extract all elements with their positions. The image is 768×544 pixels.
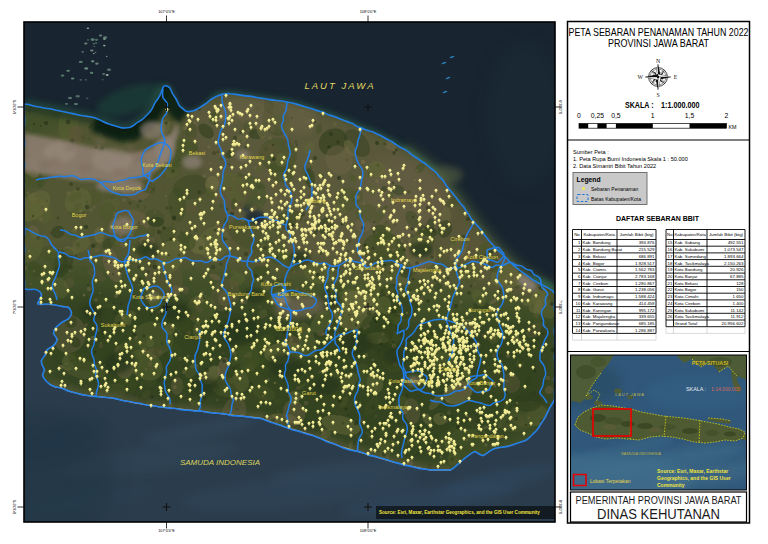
svg-text:Subang: Subang: [307, 198, 326, 204]
svg-text:Kab. Indramayu: Kab. Indramayu: [583, 294, 615, 299]
svg-text:108°0'0"E: 108°0'0"E: [360, 529, 377, 533]
svg-text:10: 10: [576, 301, 581, 306]
svg-text:2: 2: [725, 112, 729, 119]
svg-text:1.286.887: 1.286.887: [635, 328, 655, 333]
svg-text:686.891: 686.891: [639, 254, 655, 259]
svg-text:2. Data Simantri Bibit Tahun 2: 2. Data Simantri Bibit Tahun 2022: [573, 163, 656, 169]
svg-text:Source: Esri, Maxar, Earthstar: Source: Esri, Maxar, Earthstar Geographi…: [379, 510, 540, 515]
svg-text:Kuningan: Kuningan: [468, 307, 491, 313]
svg-text:Jumlah Bibit (btg): Jumlah Bibit (btg): [709, 232, 744, 237]
svg-text:1:1.000.000: 1:1.000.000: [661, 99, 700, 110]
svg-text:12: 12: [576, 314, 581, 319]
svg-text:PETA SITUASI: PETA SITUASI: [692, 360, 729, 366]
svg-text:Kab. Cirebon: Kab. Cirebon: [583, 281, 609, 286]
svg-text:Grand Total: Grand Total: [675, 321, 698, 326]
svg-text:Legend: Legend: [577, 176, 601, 184]
svg-text:DAFTAR SEBARAN BBIT: DAFTAR SEBARAN BBIT: [616, 215, 700, 222]
svg-text:Kota Depok: Kota Depok: [113, 185, 142, 191]
svg-text:PEMERINTAH PROVINSI JAWA BARAT: PEMERINTAH PROVINSI JAWA BARAT: [576, 495, 742, 506]
svg-text:Sebaran Penanaman: Sebaran Penanaman: [591, 186, 638, 192]
svg-text:Kota Bandung: Kota Bandung: [278, 291, 313, 297]
svg-text:E: E: [674, 74, 678, 80]
svg-text:1.650: 1.650: [733, 294, 745, 299]
svg-text:No: No: [574, 232, 580, 237]
svg-text:Kabupaten/Kota: Kabupaten/Kota: [583, 232, 615, 237]
svg-text:394.876: 394.876: [639, 240, 655, 245]
svg-text:23: 23: [668, 294, 673, 299]
svg-text:107°0'0"E: 107°0'0"E: [158, 10, 175, 14]
svg-text:Kab. Cianjur: Kab. Cianjur: [583, 274, 608, 279]
svg-text:14: 14: [576, 328, 581, 333]
svg-text:339.655: 339.655: [639, 314, 655, 319]
svg-text:Kota Bogor: Kota Bogor: [110, 224, 138, 230]
svg-text:414.458: 414.458: [639, 301, 655, 306]
svg-text:1: 1: [651, 112, 655, 119]
svg-text:Kota Bandung: Kota Bandung: [675, 267, 703, 272]
svg-text:67.885: 67.885: [730, 274, 744, 279]
svg-text:Kab. Subang: Kab. Subang: [675, 240, 701, 245]
svg-text:Bandung: Bandung: [276, 325, 302, 333]
svg-text:Kab. Bogor: Kab. Bogor: [583, 261, 606, 266]
svg-text:6°30'0"S: 6°30'0"S: [558, 100, 562, 115]
svg-text:Karawang: Karawang: [240, 154, 265, 160]
svg-text:SAMUDA INDONESIA: SAMUDA INDONESIA: [621, 451, 661, 456]
svg-text:1.238.056: 1.238.056: [635, 287, 655, 292]
svg-text:1. Peta Rupa Bumi Indonesia Sk: 1. Peta Rupa Bumi Indonesia Skala 1 : 50…: [573, 156, 688, 162]
svg-text:Kab. Kuningan: Kab. Kuningan: [583, 308, 612, 313]
svg-text:Kota Bekasi: Kota Bekasi: [142, 162, 171, 168]
svg-text:0: 0: [577, 112, 581, 119]
svg-text:Bogor: Bogor: [72, 212, 87, 218]
svg-text:S: S: [656, 92, 659, 98]
svg-text:Sumedang: Sumedang: [355, 265, 382, 271]
svg-text:Sukabumi: Sukabumi: [101, 322, 125, 328]
svg-text:1.588.424: 1.588.424: [635, 294, 655, 299]
svg-text:Kab. Pangandaran: Kab. Pangandaran: [583, 321, 620, 326]
svg-text:2.150.263: 2.150.263: [724, 261, 744, 266]
svg-text:492.551: 492.551: [728, 240, 744, 245]
svg-text:20.926: 20.926: [730, 267, 744, 272]
svg-text:Source: Esri, Maxar, Earthstar: Source: Esri, Maxar, Earthstar: [657, 468, 728, 474]
svg-text:2.783.168: 2.783.168: [635, 274, 655, 279]
svg-text:Community: Community: [657, 482, 685, 488]
svg-text:13: 13: [576, 321, 581, 326]
svg-text:995.172: 995.172: [639, 308, 655, 313]
svg-text:22: 22: [668, 287, 673, 292]
svg-text:Jumlah Bibit (btg): Jumlah Bibit (btg): [619, 232, 654, 237]
svg-text:1:14.000.000: 1:14.000.000: [711, 386, 740, 392]
svg-text:1.928.517: 1.928.517: [635, 261, 655, 266]
svg-text:1.562.783: 1.562.783: [635, 267, 655, 272]
svg-text:KM: KM: [728, 124, 737, 130]
svg-text:W: W: [637, 74, 643, 80]
svg-text:7°30'0"S: 7°30'0"S: [558, 300, 562, 315]
svg-text:Bandung Barat: Bandung Barat: [228, 291, 265, 297]
svg-text:Kota Banjar: Kota Banjar: [467, 380, 496, 386]
svg-text:Kota Tasikmalaya: Kota Tasikmalaya: [675, 314, 710, 319]
svg-text:11.912: 11.912: [730, 314, 744, 319]
svg-text:PETA SEBARAN PENANAMAN TAHUN 2: PETA SEBARAN PENANAMAN TAHUN 2022: [569, 26, 749, 38]
svg-text:15: 15: [668, 240, 673, 245]
svg-text:Kota Cirebon: Kota Cirebon: [675, 301, 701, 306]
svg-text:Pangandaran: Pangandaran: [470, 433, 503, 439]
svg-text:Indramayu: Indramayu: [391, 197, 417, 203]
svg-text:0,5: 0,5: [611, 112, 621, 119]
svg-text:Kab. Tasikmalaya: Kab. Tasikmalaya: [675, 261, 710, 266]
svg-text:Bekasi: Bekasi: [189, 150, 206, 156]
svg-text:SKALA :: SKALA :: [625, 99, 654, 110]
svg-text:1.280.867: 1.280.867: [635, 281, 655, 286]
svg-text:Kab. Sumedang: Kab. Sumedang: [675, 254, 707, 259]
svg-text:Kabupaten/Kota: Kabupaten/Kota: [674, 232, 706, 237]
svg-text:685.185: 685.185: [639, 321, 655, 326]
svg-text:7°30'0"S: 7°30'0"S: [13, 299, 17, 314]
svg-text:21: 21: [668, 281, 673, 286]
svg-text:11.142: 11.142: [730, 308, 744, 313]
svg-text:24: 24: [668, 301, 673, 306]
svg-text:16: 16: [668, 247, 673, 252]
svg-text:Geographics, and the GIS User: Geographics, and the GIS User: [657, 475, 731, 481]
svg-text:Kota Cimahi: Kota Cimahi: [261, 281, 291, 287]
svg-text:Kota Banjar: Kota Banjar: [675, 274, 698, 279]
svg-text:Kab. Bandung: Kab. Bandung: [583, 240, 611, 245]
svg-text:11: 11: [576, 308, 581, 313]
svg-text:SAMUDA INDONESIA: SAMUDA INDONESIA: [180, 458, 260, 467]
svg-text:Purwakarta: Purwakarta: [229, 224, 258, 230]
svg-text:Kab. Majalengka: Kab. Majalengka: [583, 314, 616, 319]
